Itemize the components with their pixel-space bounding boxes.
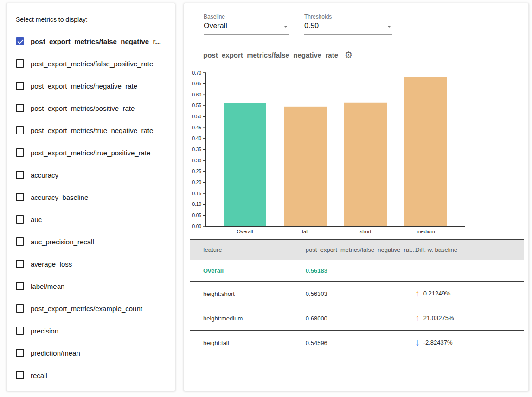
bar-chart-svg: 0.000.050.100.150.200.250.300.350.400.45…	[186, 68, 479, 241]
metric-label: precision	[31, 327, 58, 335]
baseline-valuebox[interactable]: Overall	[204, 20, 289, 35]
chevron-down-icon[interactable]	[283, 26, 288, 28]
table-row: height:tall0.54596↓-2.82437%	[190, 331, 524, 355]
metric-checkbox-item[interactable]: recall	[7, 364, 175, 386]
feature-cell: height:tall	[190, 331, 306, 355]
chevron-down-icon[interactable]	[387, 26, 391, 28]
checkbox-checked-icon[interactable]	[16, 37, 24, 45]
checkbox-unchecked-icon[interactable]	[16, 82, 24, 90]
svg-text:0.65: 0.65	[192, 81, 202, 86]
svg-text:0.70: 0.70	[192, 70, 202, 76]
metric-label: post_export_metrics/true_negative_rate	[31, 127, 153, 134]
metric-checkbox-item[interactable]: precision	[7, 320, 175, 342]
checkbox-unchecked-icon[interactable]	[16, 171, 24, 179]
diff-value: 0.21249%	[423, 290, 451, 297]
metric-label: average_loss	[31, 260, 72, 268]
checkbox-unchecked-icon[interactable]	[16, 193, 24, 201]
feature-cell: height:medium	[190, 306, 306, 331]
metric-checkbox-item[interactable]: auc	[7, 208, 175, 231]
svg-text:0.55: 0.55	[192, 103, 202, 108]
thresholds-value[interactable]: 0.50	[304, 22, 319, 30]
metric-label: post_export_metrics/negative_rate	[31, 82, 137, 90]
metric-value-cell: 0.54596	[306, 331, 415, 355]
checkbox-unchecked-icon[interactable]	[16, 260, 24, 268]
metric-label: post_export_metrics/false_negative_r...	[31, 38, 161, 45]
results-panel: Baseline Overall Thresholds 0.50 post_ex…	[184, 3, 529, 391]
arrow-up-icon: ↑	[415, 313, 420, 323]
checkbox-unchecked-icon[interactable]	[16, 148, 24, 157]
metric-label: auc	[31, 216, 42, 224]
checkbox-unchecked-icon[interactable]	[16, 282, 24, 290]
metric-label: auc_precision_recall	[31, 238, 94, 246]
svg-text:0.25: 0.25	[192, 169, 202, 174]
metric-value-cell: 0.68000	[306, 306, 415, 331]
svg-text:0.20: 0.20	[192, 180, 202, 185]
metric-checkbox-item[interactable]: post_export_metrics/example_count	[7, 297, 175, 320]
metric-label: label/mean	[31, 282, 64, 290]
metric-checkbox-item[interactable]: accuracy	[7, 164, 175, 186]
metric-label: prediction/mean	[31, 349, 80, 357]
metric-checkbox-item[interactable]: post_export_metrics/false_positive_rate	[7, 52, 175, 75]
checkbox-unchecked-icon[interactable]	[16, 327, 24, 335]
svg-text:0.60: 0.60	[192, 92, 202, 97]
metric-label: post_export_metrics/false_positive_rate	[31, 60, 153, 68]
metric-checkbox-item[interactable]: accuracy_baseline	[7, 186, 175, 208]
baseline-select[interactable]: Baseline Overall	[204, 13, 289, 35]
diff-cell: ↓-2.82437%	[415, 331, 524, 355]
checkbox-unchecked-icon[interactable]	[16, 126, 24, 134]
baseline-value[interactable]: Overall	[204, 22, 227, 30]
feature-cell: height:short	[190, 282, 306, 306]
svg-text:0.00: 0.00	[192, 224, 202, 229]
checkbox-unchecked-icon[interactable]	[16, 59, 24, 68]
table-row: Overall0.56183	[190, 260, 524, 282]
metric-checkbox-item[interactable]: post_export_metrics/false_negative_r...	[7, 30, 175, 52]
table-header-cell: Diff. w. baseline	[415, 240, 524, 260]
x-tick-label: medium	[417, 229, 435, 234]
table-row: height:medium0.68000↑21.03275%	[190, 306, 524, 331]
metric-checkbox-item[interactable]: post_export_metrics/positive_rate	[7, 97, 175, 119]
metric-checkbox-item[interactable]: auc_precision_recall	[7, 231, 175, 253]
feature-cell: Overall	[190, 260, 306, 282]
metric-label: post_export_metrics/example_count	[31, 305, 142, 313]
checkbox-unchecked-icon[interactable]	[16, 371, 24, 379]
thresholds-valuebox[interactable]: 0.50	[304, 20, 392, 35]
metrics-table: featurepost_export_metrics/false_negativ…	[190, 239, 524, 355]
bar-chart: 0.000.050.100.150.200.250.300.350.400.45…	[186, 68, 479, 241]
diff-cell: ↑21.03275%	[415, 306, 524, 331]
arrow-up-icon: ↑	[415, 288, 420, 298]
checkbox-unchecked-icon[interactable]	[16, 237, 24, 246]
metric-checkbox-item[interactable]: post_export_metrics/true_negative_rate	[7, 119, 175, 141]
metric-checkbox-item[interactable]: prediction/mean	[7, 342, 175, 364]
svg-text:0.40: 0.40	[192, 136, 202, 141]
metric-label: accuracy	[31, 171, 58, 179]
checkbox-unchecked-icon[interactable]	[16, 104, 24, 112]
thresholds-select[interactable]: Thresholds 0.50	[304, 13, 392, 35]
bar-short	[344, 103, 387, 226]
svg-text:0.10: 0.10	[192, 202, 202, 207]
metric-checkbox-item[interactable]: label/mean	[7, 275, 175, 297]
svg-text:0.50: 0.50	[192, 114, 202, 119]
checkbox-unchecked-icon[interactable]	[16, 215, 24, 224]
svg-text:0.15: 0.15	[192, 191, 202, 196]
metric-label: accuracy_baseline	[31, 193, 88, 201]
bar-Overall	[224, 103, 266, 226]
chart-title: post_export_metrics/false_negative_rate	[203, 51, 338, 59]
metric-value-cell: 0.56183	[306, 260, 415, 282]
settings-gear-icon[interactable]: ⚙	[345, 51, 353, 59]
metric-checkbox-item[interactable]: average_loss	[7, 253, 175, 275]
table-header-cell: post_export_metrics/false_negative_rat..…	[306, 240, 415, 260]
diff-cell	[415, 260, 524, 282]
metric-value-cell: 0.56303	[306, 282, 415, 306]
metric-checkbox-item[interactable]: post_export_metrics/true_positive_rate	[7, 141, 175, 164]
x-tick-label: Overall	[237, 229, 253, 234]
metric-checkbox-item[interactable]: post_export_metrics/negative_rate	[7, 75, 175, 97]
checkbox-unchecked-icon[interactable]	[16, 304, 24, 313]
metric-label: recall	[31, 371, 47, 379]
fairness-indicators-page: Select metrics to display: post_export_m…	[0, 0, 532, 397]
table-row: height:short0.56303↑0.21249%	[190, 282, 524, 306]
thresholds-label: Thresholds	[304, 13, 392, 20]
baseline-label: Baseline	[204, 13, 289, 20]
svg-text:0.05: 0.05	[192, 213, 202, 218]
checkbox-unchecked-icon[interactable]	[16, 349, 24, 357]
metric-label: post_export_metrics/true_positive_rate	[31, 149, 150, 157]
